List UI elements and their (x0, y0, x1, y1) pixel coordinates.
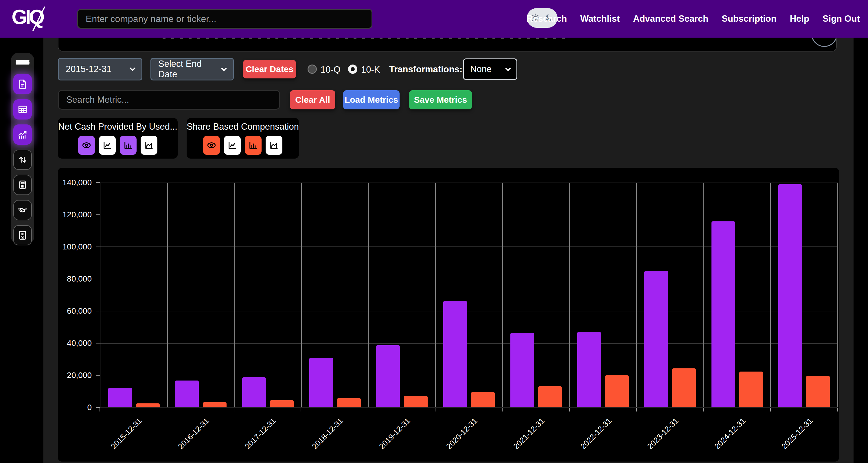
radio-10q[interactable] (308, 65, 317, 74)
menu-icon[interactable] (16, 60, 30, 65)
area-chart-button[interactable] (266, 136, 282, 155)
bar-group (435, 183, 503, 407)
bar-series-1[interactable] (605, 375, 629, 407)
bar-series-1[interactable] (203, 402, 226, 407)
x-axis-tick (703, 408, 704, 411)
x-axis-label: 2020-12-31 (444, 416, 479, 451)
x-axis-tick (837, 408, 838, 411)
start-date-select[interactable]: 2015-12-31 (58, 58, 142, 81)
transformations-label: Transformations: (389, 64, 462, 75)
clipped-top-card (58, 38, 837, 52)
bar-series-0[interactable] (108, 388, 132, 407)
bar-series-1[interactable] (471, 392, 495, 407)
y-axis-label: 120,000 (62, 210, 92, 219)
nav-research[interactable]: Research (527, 13, 567, 24)
x-axis-tick (502, 408, 503, 411)
sidebar-item-table[interactable] (13, 99, 32, 120)
x-axis-label: 2023-12-31 (646, 416, 681, 451)
line-chart-button[interactable] (224, 136, 241, 155)
x-axis-label: 2015-12-31 (109, 416, 144, 451)
transformations-value: None (470, 64, 492, 74)
right-scroll-gutter[interactable] (854, 38, 868, 463)
bar-series-1[interactable] (806, 376, 830, 407)
load-metrics-button[interactable]: Load Metrics (343, 90, 400, 110)
metric-card-title: Net Cash Provided By Used... (58, 122, 177, 132)
bar-group (235, 183, 302, 407)
app-logo[interactable]: GIQ (11, 7, 42, 27)
sidebar-item-deals[interactable] (13, 200, 32, 220)
bar-series-0[interactable] (443, 301, 467, 407)
bar-series-1[interactable] (538, 386, 562, 407)
bar-series-0[interactable] (242, 377, 266, 407)
nav-sign-out[interactable]: Sign Out (823, 13, 860, 24)
bar-series-0[interactable] (711, 221, 735, 407)
y-axis-tick (96, 375, 100, 376)
clear-all-button[interactable]: Clear All (290, 90, 335, 110)
x-axis-label: 2019-12-31 (378, 416, 412, 451)
visibility-toggle-button[interactable] (203, 136, 220, 155)
bar-series-0[interactable] (577, 332, 601, 407)
y-axis-label: 60,000 (67, 306, 92, 316)
line-chart-icon (227, 140, 238, 151)
bar-series-1[interactable] (672, 368, 696, 407)
x-axis-tick (569, 408, 570, 411)
sidebar-item-calculator[interactable] (13, 175, 32, 195)
bar-series-0[interactable] (175, 380, 199, 407)
y-axis-tick (96, 311, 100, 311)
y-axis-label: 20,000 (67, 371, 92, 380)
nav-watchlist[interactable]: Watchlist (580, 13, 620, 24)
bar-series-1[interactable] (739, 372, 763, 407)
nav-advanced-search[interactable]: Advanced Search (633, 13, 708, 24)
bar-series-1[interactable] (136, 403, 160, 407)
x-axis-label: 2022-12-31 (579, 416, 613, 451)
bar-series-1[interactable] (337, 398, 361, 407)
bar-series-0[interactable] (376, 345, 400, 407)
sidebar-item-documents[interactable] (13, 74, 32, 94)
bar-group (503, 183, 570, 407)
nav-subscription[interactable]: Subscription (722, 13, 776, 24)
y-axis-label: 100,000 (62, 242, 92, 251)
y-axis: 020,00040,00060,00080,000100,000120,0001… (58, 183, 100, 407)
bar-group (704, 183, 771, 407)
sidebar-item-charts[interactable] (13, 124, 32, 145)
radio-10q-label: 10-Q (320, 65, 341, 75)
bar-series-0[interactable] (644, 271, 668, 407)
save-metrics-button[interactable]: Save Metrics (409, 90, 472, 110)
sidebar (11, 53, 34, 244)
calculator-icon (17, 179, 28, 190)
radio-10k[interactable] (348, 65, 357, 74)
clipped-circle-button[interactable] (811, 38, 837, 47)
x-axis-tick (636, 408, 637, 411)
bar-series-1[interactable] (270, 400, 294, 407)
bar-chart-button[interactable] (245, 136, 261, 155)
metric-card-title: Share Based Compensation (187, 122, 299, 132)
y-axis-tick (96, 182, 100, 183)
sidebar-item-compare[interactable] (13, 150, 32, 170)
end-date-select[interactable]: Select End Date (151, 58, 234, 81)
metric-card-net-cash: Net Cash Provided By Used... (58, 118, 178, 159)
company-search-input[interactable] (77, 9, 372, 29)
x-axis-tick (99, 408, 100, 411)
sidebar-item-company[interactable] (13, 225, 32, 245)
metric-search-input[interactable] (58, 90, 280, 110)
top-nav-bar: GIQ Research Watchlist Advanced Search S… (0, 0, 868, 38)
visibility-toggle-button[interactable] (78, 136, 95, 155)
chart-plot-area[interactable] (100, 183, 838, 407)
bar-series-0[interactable] (778, 184, 802, 407)
nav-help[interactable]: Help (790, 13, 809, 24)
x-axis-tick (368, 408, 368, 411)
bar-series-1[interactable] (404, 396, 428, 407)
bar-series-0[interactable] (309, 358, 333, 407)
bar-series-0[interactable] (510, 333, 534, 407)
x-axis-label: 2018-12-31 (310, 416, 345, 451)
bar-chart-button[interactable] (120, 136, 136, 155)
top-nav-links: Research Watchlist Advanced Search Subsc… (527, 0, 860, 38)
logo-text: GIQ (11, 6, 42, 28)
line-chart-icon (102, 140, 113, 151)
area-chart-button[interactable] (141, 136, 157, 155)
x-axis-label: 2025-12-31 (780, 416, 814, 451)
clear-dates-button[interactable]: Clear Dates (243, 60, 296, 79)
document-icon (17, 79, 28, 90)
line-chart-button[interactable] (99, 136, 116, 155)
transformations-select[interactable]: None (463, 58, 517, 80)
